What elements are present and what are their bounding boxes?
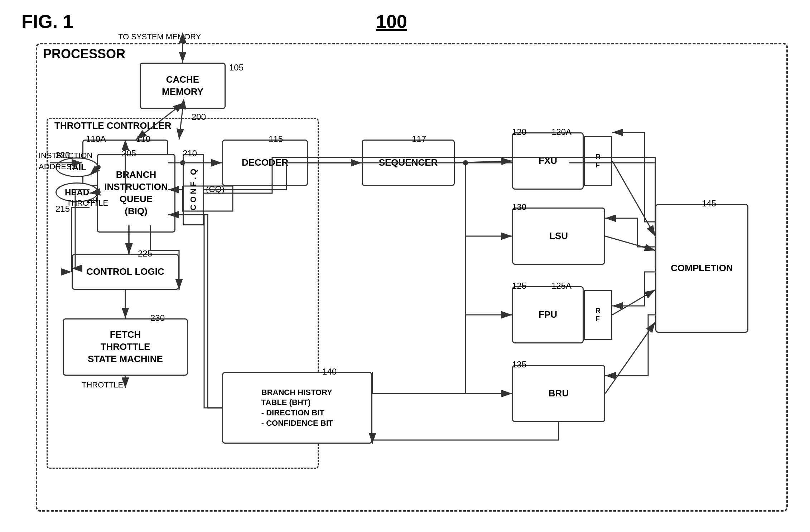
throttle-in-label: THROTTLE xyxy=(67,199,108,208)
decoder-ref: 115 xyxy=(269,134,283,144)
fetcher-ref: 110 xyxy=(136,134,150,144)
bru-block: BRU xyxy=(512,365,605,422)
completion-block: COMPLETION xyxy=(655,204,748,333)
bru-ref: 135 xyxy=(512,360,526,370)
control-logic-block: CONTROL LOGIC xyxy=(72,254,179,290)
rf-fpu-block: R F xyxy=(584,290,612,340)
confq-block: C O N F . Q xyxy=(183,154,204,225)
throttle-out-label: THROTTLE xyxy=(82,380,123,390)
lsu-block: LSU xyxy=(512,208,605,265)
fetch-throttle-ref: 230 xyxy=(150,313,165,323)
fxu-block: FXU xyxy=(512,132,584,190)
fig-label: FIG. 1 xyxy=(21,11,73,32)
cq-label: (CQ) xyxy=(206,184,225,194)
page: FIG. 1 100 PROCESSOR THROTTLE CONTROLLER… xyxy=(0,0,810,532)
confq-ref: 210 xyxy=(183,148,197,158)
fxu-ref: 120 xyxy=(512,127,526,137)
control-logic-ref: 225 xyxy=(138,249,152,259)
lsu-ref: 130 xyxy=(512,202,526,212)
sequencer-block: SEQUENCER xyxy=(362,140,455,186)
fetch-throttle-block: FETCH THROTTLE STATE MACHINE xyxy=(63,318,188,376)
decoder-block: DECODER xyxy=(222,140,308,186)
throttle-controller-ref: 200 xyxy=(192,112,206,122)
rf-fxu-block: R F xyxy=(584,136,612,186)
sequencer-ref: 117 xyxy=(412,134,426,144)
cache-memory-ref: 105 xyxy=(229,63,244,73)
bht-ref: 140 xyxy=(322,367,337,377)
biq-block: BRANCH INSTRUCTION QUEUE (BIQ) xyxy=(97,154,175,233)
completion-ref: 145 xyxy=(702,199,716,209)
fetcher-ref-a: 110A xyxy=(86,134,106,144)
fpu-ref-a: 125A xyxy=(551,281,572,291)
processor-label: PROCESSOR xyxy=(43,47,125,62)
fpu-block: FPU xyxy=(512,286,584,343)
bht-block: BRANCH HISTORY TABLE (BHT) - DIRECTION B… xyxy=(222,372,372,444)
fig-number: 100 xyxy=(376,11,407,32)
cache-memory-block: CACHE MEMORY xyxy=(140,63,226,109)
fxu-ref-a: 120A xyxy=(551,127,572,137)
instruction-address-label: INSTRUCTION ADDRESS xyxy=(39,150,92,172)
fpu-ref: 125 xyxy=(512,281,526,291)
biq-ref: 205 xyxy=(122,148,136,158)
to-system-memory-label: TO SYSTEM MEMORY xyxy=(118,32,201,42)
throttle-controller-label: THROTTLE CONTROLLER xyxy=(54,120,171,131)
